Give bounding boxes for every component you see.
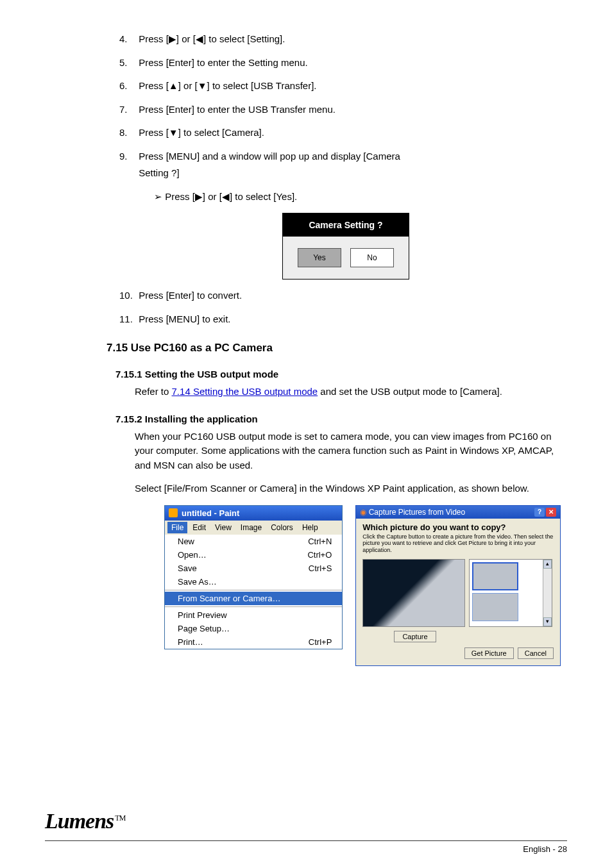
step-7: 7. Press [Enter] to enter the USB Transf… — [119, 103, 561, 117]
thumbs-scrollbar[interactable]: ▴ ▾ — [543, 560, 552, 626]
bullet-icon: ◉ — [360, 508, 366, 517]
capture-subtext: Click the Capture button to create a pic… — [362, 533, 554, 554]
menu-item-print-preview[interactable]: Print Preview — [165, 608, 342, 622]
menu-item-new[interactable]: NewCtrl+N — [165, 535, 342, 548]
menu-image[interactable]: Image — [237, 522, 266, 533]
menu-colors[interactable]: Colors — [267, 522, 297, 533]
paint-menubar: File Edit View Image Colors Help — [165, 521, 342, 535]
capture-preview — [362, 559, 465, 627]
get-picture-button[interactable]: Get Picture — [464, 647, 514, 659]
capture-question: Which picture do you want to copy? — [362, 522, 554, 532]
menu-item-save-as[interactable]: Save As… — [165, 575, 342, 588]
help-button[interactable]: ? — [534, 508, 545, 517]
menu-divider — [165, 590, 342, 590]
page-number: English - 28 — [523, 844, 567, 854]
scroll-up-icon[interactable]: ▴ — [543, 560, 552, 569]
menu-item-open[interactable]: Open…Ctrl+O — [165, 548, 342, 562]
yes-button[interactable]: Yes — [298, 248, 341, 267]
menu-item-from-scanner[interactable]: From Scanner or Camera… — [165, 592, 342, 605]
thumbnail-1[interactable] — [472, 562, 518, 590]
heading-7-15: 7.15 Use PC160 as a PC Camera — [106, 342, 561, 355]
menu-item-page-setup[interactable]: Page Setup… — [165, 622, 342, 635]
down-arrow-icon: ▼ — [169, 127, 178, 138]
footer-rule — [45, 840, 567, 841]
scroll-down-icon[interactable]: ▾ — [543, 617, 552, 626]
dialog-title: Camera Setting ? — [283, 213, 409, 237]
trademark-icon: TM — [115, 814, 125, 822]
step-9-line2: Setting ?] — [119, 166, 561, 181]
para-7-15-2a: When your PC160 USB output mode is set t… — [135, 430, 561, 473]
para-7-15-2b: Select [File/From Scanner or Camera] in … — [135, 481, 561, 496]
menu-divider — [165, 606, 342, 607]
capture-titlebar: ◉ Capture Pictures from Video ? ✕ — [356, 506, 560, 519]
up-arrow-icon: ▲ — [169, 80, 178, 91]
capture-dialog: ◉ Capture Pictures from Video ? ✕ Which … — [355, 505, 561, 666]
link-7-14[interactable]: 7.14 Setting the USB output mode — [172, 386, 318, 397]
file-dropdown: NewCtrl+N Open…Ctrl+O SaveCtrl+S Save As… — [165, 535, 342, 649]
thumbnail-2[interactable] — [472, 593, 518, 621]
brand-logo: LumensTM — [45, 809, 125, 833]
bullet-chevron-icon: ➢ — [154, 191, 162, 202]
paint-window: untitled - Paint File Edit View Image Co… — [164, 505, 343, 649]
para-7-15-1: Refer to 7.14 Setting the USB output mod… — [135, 385, 561, 399]
paint-title-text: untitled - Paint — [182, 508, 239, 518]
right-arrow-icon: ▶ — [195, 191, 203, 202]
step-6: 6. Press [▲] or [▼] to select [USB Trans… — [119, 79, 561, 94]
menu-help[interactable]: Help — [298, 522, 322, 533]
step-9-sub: ➢ Press [▶] or [◀] to select [Yes]. — [154, 190, 561, 204]
menu-edit[interactable]: Edit — [189, 522, 210, 533]
step-4: 4. Press [▶] or [◀] to select [Setting]. — [119, 32, 561, 47]
camera-setting-dialog: Camera Setting ? Yes No — [282, 213, 561, 280]
right-arrow-icon: ▶ — [169, 33, 176, 44]
no-button[interactable]: No — [350, 248, 394, 267]
subhead-7-15-1: 7.15.1 Setting the USB output mode — [115, 369, 561, 380]
capture-thumbnails[interactable]: ▴ ▾ — [469, 559, 552, 627]
capture-button[interactable]: Capture — [394, 631, 436, 642]
step-9: 9. Press [MENU] and a window will pop up… — [119, 149, 561, 164]
step-11: 11. Press [MENU] to exit. — [119, 312, 561, 327]
step-10: 10. Press [Enter] to convert. — [119, 288, 561, 303]
subhead-7-15-2: 7.15.2 Installing the application — [115, 413, 561, 424]
step-5: 5. Press [Enter] to enter the Setting me… — [119, 56, 561, 71]
paint-app-icon — [169, 508, 178, 517]
menu-file[interactable]: File — [167, 522, 187, 533]
left-arrow-icon: ◀ — [196, 33, 203, 44]
cancel-button[interactable]: Cancel — [518, 647, 554, 659]
step-8: 8. Press [▼] to select [Camera]. — [119, 126, 561, 140]
capture-title-text: Capture Pictures from Video — [369, 508, 466, 517]
paint-titlebar: untitled - Paint — [165, 506, 342, 521]
close-button[interactable]: ✕ — [546, 508, 556, 517]
left-arrow-icon: ◀ — [222, 191, 230, 202]
down-arrow-icon: ▼ — [198, 80, 207, 91]
menu-view[interactable]: View — [211, 522, 235, 533]
menu-item-save[interactable]: SaveCtrl+S — [165, 562, 342, 575]
menu-item-print[interactable]: Print…Ctrl+P — [165, 635, 342, 649]
